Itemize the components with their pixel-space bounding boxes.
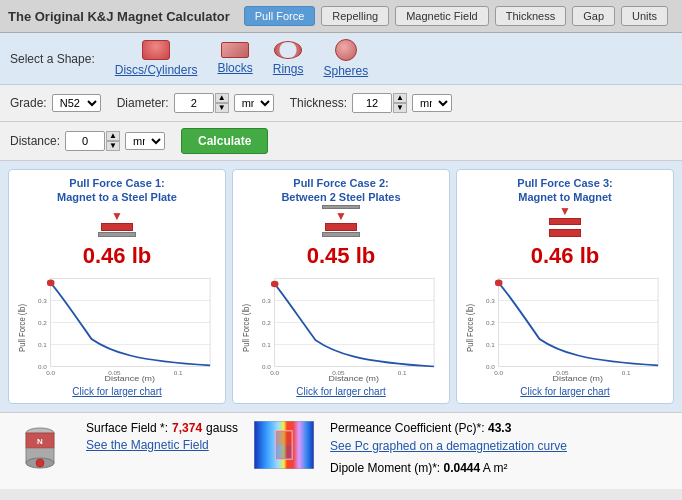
diameter-down-arrow[interactable]: ▼ <box>215 103 229 113</box>
case1-plate <box>98 232 136 237</box>
see-field-link[interactable]: See the Magnetic Field <box>86 438 238 452</box>
shape-select-label: Select a Shape: <box>10 52 95 66</box>
svg-text:Pull Force (lb): Pull Force (lb) <box>17 303 28 351</box>
svg-text:0.1: 0.1 <box>174 370 184 376</box>
surface-field-label: Surface Field *: <box>86 421 168 435</box>
tab-gap[interactable]: Gap <box>572 6 615 26</box>
thickness-down-arrow[interactable]: ▼ <box>393 103 407 113</box>
shape-rings-label[interactable]: Rings <box>273 62 304 76</box>
svg-rect-53 <box>276 431 292 445</box>
chart-3[interactable]: Pull Force (lb) Distance (m) 0.0 0.1 0.2… <box>463 273 667 383</box>
results-section: Pull Force Case 1: Magnet to a Steel Pla… <box>0 161 682 412</box>
surface-field-value: 7,374 <box>172 421 202 435</box>
result-title-3: Pull Force Case 3: Magnet to Magnet <box>517 176 612 205</box>
shape-selector: Select a Shape: Discs/Cylinders Blocks R… <box>0 33 682 85</box>
svg-point-14 <box>47 279 55 286</box>
shape-spheres[interactable]: Spheres <box>323 39 368 78</box>
result-value-3: 0.46 lb <box>531 243 600 269</box>
dipole-row: Dipole Moment (m)*: 0.0444 A m² <box>330 461 567 475</box>
svg-text:0.2: 0.2 <box>38 320 47 326</box>
svg-text:0.1: 0.1 <box>622 370 632 376</box>
shape-discs-cylinders[interactable]: Discs/Cylinders <box>115 40 198 77</box>
sphere-icon <box>335 39 357 61</box>
bottom-section: N Surface Field *: 7,374 gauss See the M… <box>0 412 682 489</box>
permeance-section: Permeance Coefficient (Pc)*: 43.3 See Pc… <box>330 421 567 475</box>
svg-text:0.1: 0.1 <box>38 342 48 348</box>
diameter-spinner: ▲ ▼ <box>174 93 229 113</box>
svg-point-50 <box>36 459 44 467</box>
diameter-unit-select[interactable]: mm <box>234 94 274 112</box>
svg-text:0.1: 0.1 <box>262 342 272 348</box>
svg-text:0.3: 0.3 <box>262 298 272 304</box>
tab-units[interactable]: Units <box>621 6 668 26</box>
svg-text:0.05: 0.05 <box>556 370 569 376</box>
result-card-1: Pull Force Case 1: Magnet to a Steel Pla… <box>8 169 226 404</box>
pc-demagnetization-link[interactable]: See Pc graphed on a demagnetization curv… <box>330 439 567 453</box>
thickness-input[interactable] <box>352 93 392 113</box>
field-map-svg <box>254 421 314 469</box>
thickness-unit-select[interactable]: mm <box>412 94 452 112</box>
svg-text:0.0: 0.0 <box>270 370 280 376</box>
tab-repelling[interactable]: Repelling <box>321 6 389 26</box>
case3-illustration: ▼ <box>549 205 581 237</box>
distance-arrows: ▲ ▼ <box>106 131 120 151</box>
svg-rect-54 <box>276 445 292 459</box>
svg-text:Pull Force (lb): Pull Force (lb) <box>241 303 252 351</box>
thickness-arrows: ▲ ▼ <box>393 93 407 113</box>
svg-text:0.0: 0.0 <box>262 364 272 370</box>
svg-text:0.0: 0.0 <box>38 364 48 370</box>
app-title: The Original K&J Magnet Calculator <box>8 9 230 24</box>
grade-label: Grade: <box>10 96 47 110</box>
calculate-button[interactable]: Calculate <box>181 128 268 154</box>
surface-field-group: Surface Field *: 7,374 gauss See the Mag… <box>86 421 238 452</box>
tab-magnetic-field[interactable]: Magnetic Field <box>395 6 489 26</box>
chart-2[interactable]: Pull Force (lb) Distance (m) 0.0 0.1 0.2… <box>239 273 443 383</box>
cylinder-icon <box>142 40 170 60</box>
pc-value: 43.3 <box>488 421 511 435</box>
block-icon <box>221 42 249 58</box>
case1-illustration: ▼ <box>98 205 136 237</box>
chart-1[interactable]: Pull Force (lb) Distance (m) 0.0 0.1 0.2… <box>15 273 219 383</box>
chart-link-3[interactable]: Click for larger chart <box>520 386 609 397</box>
distance-input[interactable] <box>65 131 105 151</box>
chart-link-2[interactable]: Click for larger chart <box>296 386 385 397</box>
svg-text:0.0: 0.0 <box>46 370 56 376</box>
header: The Original K&J Magnet Calculator Pull … <box>0 0 682 33</box>
field-visualization <box>254 421 314 472</box>
distance-label: Distance: <box>10 134 60 148</box>
case3-magnet-top <box>549 218 581 225</box>
shape-blocks-label[interactable]: Blocks <box>217 61 252 75</box>
distance-down-arrow[interactable]: ▼ <box>106 141 120 151</box>
tab-pull-force[interactable]: Pull Force <box>244 6 316 26</box>
thickness-label: Thickness: <box>290 96 347 110</box>
thickness-spinner: ▲ ▼ <box>352 93 407 113</box>
result-title-1: Pull Force Case 1: Magnet to a Steel Pla… <box>57 176 177 205</box>
result-title-2: Pull Force Case 2: Between 2 Steel Plate… <box>281 176 400 205</box>
shape-blocks[interactable]: Blocks <box>217 42 252 75</box>
diameter-arrows: ▲ ▼ <box>215 93 229 113</box>
magnet-3d-svg: N <box>10 421 70 481</box>
distance-up-arrow[interactable]: ▲ <box>106 131 120 141</box>
shape-rings[interactable]: Rings <box>273 41 304 76</box>
distance-unit-select[interactable]: mm <box>125 132 165 150</box>
svg-text:N: N <box>37 437 43 446</box>
grade-select[interactable]: N52 <box>52 94 101 112</box>
svg-point-29 <box>271 280 279 287</box>
diameter-up-arrow[interactable]: ▲ <box>215 93 229 103</box>
result-card-3: Pull Force Case 3: Magnet to Magnet ▼ 0.… <box>456 169 674 404</box>
case2-magnet <box>325 223 357 231</box>
svg-text:0.05: 0.05 <box>332 370 345 376</box>
shape-discs-label[interactable]: Discs/Cylinders <box>115 63 198 77</box>
distance-control: Distance: ▲ ▼ mm <box>10 131 165 151</box>
diameter-input[interactable] <box>174 93 214 113</box>
chart-link-1[interactable]: Click for larger chart <box>72 386 161 397</box>
pc-label: Permeance Coefficient (Pc)*: <box>330 421 485 435</box>
shape-spheres-label[interactable]: Spheres <box>323 64 368 78</box>
thickness-control: Thickness: ▲ ▼ mm <box>290 93 452 113</box>
svg-text:Pull Force (lb): Pull Force (lb) <box>465 303 476 351</box>
thickness-up-arrow[interactable]: ▲ <box>393 93 407 103</box>
tab-thickness[interactable]: Thickness <box>495 6 567 26</box>
surface-field-unit: gauss <box>206 421 238 435</box>
dipole-unit: A m² <box>483 461 508 475</box>
svg-text:0.2: 0.2 <box>262 320 271 326</box>
